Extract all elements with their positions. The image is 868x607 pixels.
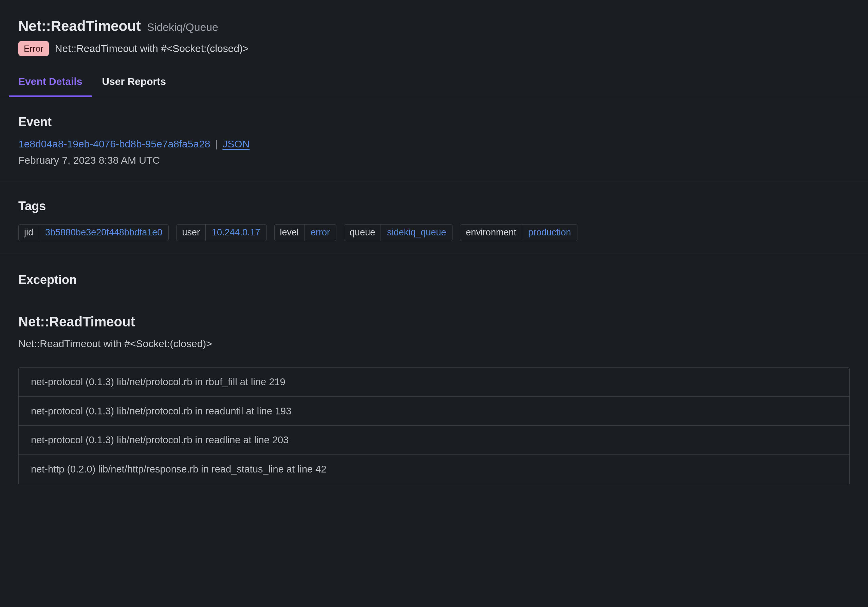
tag-level[interactable]: levelerror [274,224,337,241]
exception-section: Exception Net::ReadTimeout Net::ReadTime… [18,255,850,484]
tag-queue[interactable]: queuesidekiq_queue [344,224,453,241]
tab-event-details[interactable]: Event Details [18,71,82,97]
tag-key: queue [344,225,381,241]
event-id-link[interactable]: 1e8d04a8-19eb-4076-bd8b-95e7a8fa5a28 [18,137,211,151]
stack-frame[interactable]: net-protocol (0.1.3) lib/net/protocol.rb… [19,425,849,455]
tag-value[interactable]: 3b5880be3e20f448bbdfa1e0 [39,225,168,241]
stack-frame[interactable]: net-http (0.2.0) lib/net/http/response.r… [19,455,849,484]
event-timestamp: February 7, 2023 8:38 AM UTC [18,153,850,168]
tags-section: Tags jid3b5880be3e20f448bbdfa1e0user10.2… [18,182,850,241]
tag-key: user [177,225,206,241]
tag-value[interactable]: production [522,225,577,241]
tag-jid[interactable]: jid3b5880be3e20f448bbdfa1e0 [18,224,169,241]
tag-environment[interactable]: environmentproduction [460,224,577,241]
stack-frame[interactable]: net-protocol (0.1.3) lib/net/protocol.rb… [19,397,849,426]
issue-context: Sidekiq/Queue [147,20,218,35]
tab-user-reports[interactable]: User Reports [102,71,166,97]
event-heading: Event [18,113,850,130]
tag-value[interactable]: sidekiq_queue [381,225,452,241]
tab-bar: Event DetailsUser Reports [0,71,868,97]
stacktrace: net-protocol (0.1.3) lib/net/protocol.rb… [18,367,850,484]
exception-heading: Exception [18,272,850,289]
event-section: Event 1e8d04a8-19eb-4076-bd8b-95e7a8fa5a… [18,97,850,167]
tag-key: jid [19,225,39,241]
tag-key: environment [460,225,522,241]
issue-message: Net::ReadTimeout with #<Socket:(closed)> [55,42,249,56]
tag-user[interactable]: user10.244.0.17 [176,224,267,241]
status-badge: Error [18,41,49,56]
stack-frame[interactable]: net-protocol (0.1.3) lib/net/protocol.rb… [19,368,849,397]
exception-message: Net::ReadTimeout with #<Socket:(closed)> [18,337,850,351]
exception-type: Net::ReadTimeout [18,312,850,331]
issue-title: Net::ReadTimeout [18,16,141,36]
tag-value[interactable]: error [304,225,336,241]
tag-key: level [274,225,305,241]
tags-heading: Tags [18,198,850,215]
json-link[interactable]: JSON [222,137,250,151]
tag-value[interactable]: 10.244.0.17 [206,225,267,241]
separator: | [215,137,218,151]
